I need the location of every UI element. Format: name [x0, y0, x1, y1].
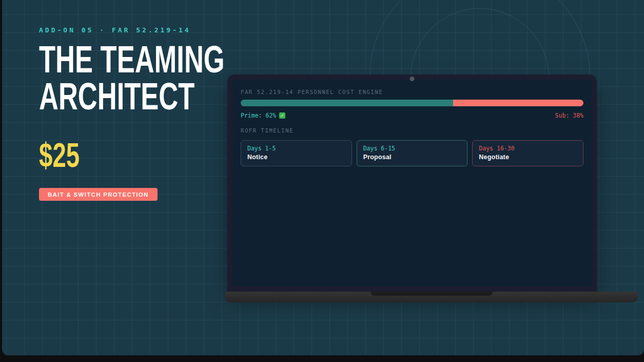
laptop-trackpad-notch — [370, 292, 493, 296]
page-title-line2: ARCHITECT — [39, 78, 197, 115]
laptop-base — [225, 292, 638, 302]
card-phase-label: Negotiate — [479, 154, 577, 161]
prime-sub-progress-bar — [241, 100, 583, 106]
page-title-line1: THE TEAMING — [39, 41, 197, 78]
price-value: $25 — [39, 138, 80, 172]
timeline-cards-row: Days 1-5 Notice Days 6-15 Proposal Days … — [241, 140, 583, 166]
engine-label: FAR 52.219-14 PERSONNEL COST ENGINE — [241, 89, 583, 95]
sub-percent-label: Sub: 38% — [555, 112, 583, 119]
timeline-card-proposal: Days 6-15 Proposal — [357, 140, 468, 166]
card-phase-label: Notice — [247, 154, 345, 161]
rofr-timeline-label: ROFR TIMELINE — [241, 127, 583, 134]
bait-switch-protection-button[interactable]: BAIT & SWITCH PROTECTION — [39, 188, 158, 201]
card-days-label: Days 16-30 — [479, 145, 577, 152]
progress-segment-prime — [241, 100, 453, 106]
laptop-bezel: FAR 52.219-14 PERSONNEL COST ENGINE Prim… — [227, 74, 597, 292]
progress-meta-row: Prime: 62% ✓ Sub: 38% — [241, 112, 583, 119]
camera-icon — [410, 77, 415, 81]
laptop-screen: FAR 52.219-14 PERSONNEL COST ENGINE Prim… — [232, 80, 592, 287]
card-phase-label: Proposal — [363, 154, 461, 161]
page-background: ADD-ON 05 · FAR 52.219-14 THE TEAMING AR… — [2, 0, 644, 355]
timeline-card-negotiate: Days 16-30 Negotiate — [472, 140, 583, 166]
check-icon: ✓ — [279, 112, 285, 119]
laptop-mockup: FAR 52.219-14 PERSONNEL COST ENGINE Prim… — [227, 74, 638, 302]
eyebrow-label: ADD-ON 05 · FAR 52.219-14 — [39, 26, 265, 34]
card-days-label: Days 6-15 — [363, 145, 461, 152]
prime-percent-text: Prime: 62% — [241, 112, 276, 119]
card-days-label: Days 1-5 — [247, 145, 345, 152]
progress-segment-sub — [453, 100, 583, 106]
timeline-card-notice: Days 1-5 Notice — [241, 140, 352, 166]
prime-percent-label: Prime: 62% ✓ — [241, 112, 285, 119]
